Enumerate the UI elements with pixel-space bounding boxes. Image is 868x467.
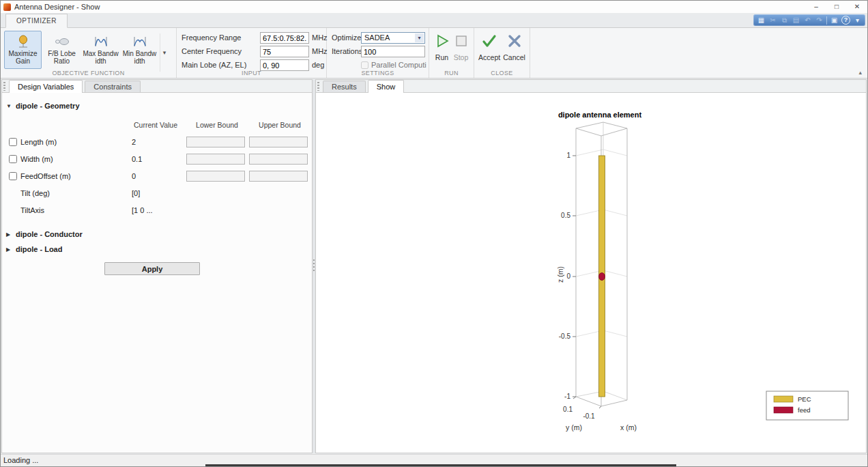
center-frequency-input[interactable] xyxy=(260,46,309,57)
stop-button[interactable]: Stop xyxy=(453,28,469,61)
button-label: idth xyxy=(95,57,106,65)
section-label: CLOSE xyxy=(474,70,530,76)
section-label: RUN xyxy=(429,70,474,76)
antenna-3d-plot: dipole antenna element xyxy=(316,93,868,456)
section-dipole-load[interactable]: ▶ dipole - Load xyxy=(2,244,312,255)
x-axis-label: x (m) xyxy=(620,423,637,431)
cancel-label: Cancel xyxy=(503,53,525,61)
window-title: Antenna Designer - Show xyxy=(14,3,100,11)
copy-icon[interactable]: ⧉ xyxy=(780,15,789,25)
tab-optimizer[interactable]: OPTIMIZER xyxy=(5,14,68,28)
run-icon xyxy=(434,33,450,51)
feedoffset-upper-bound-input[interactable] xyxy=(249,171,308,182)
tick-label: 0.5 xyxy=(561,212,570,219)
legend-feed-label: feed xyxy=(798,406,811,414)
expanded-arrow-icon: ▼ xyxy=(6,103,13,109)
frequency-range-input[interactable] xyxy=(260,32,309,44)
optimizer-value: SADEA xyxy=(364,33,390,42)
maximize-button[interactable]: □ xyxy=(826,1,847,13)
row-value: 0 xyxy=(126,172,185,180)
run-button[interactable]: Run xyxy=(434,28,450,61)
y-tick-label: 0.1 xyxy=(563,406,573,413)
button-label: idth xyxy=(134,57,145,65)
button-label: Min Bandw xyxy=(123,50,156,57)
close-button[interactable]: ✕ xyxy=(847,1,867,13)
section-dipole-conductor[interactable]: ▶ dipole - Conductor xyxy=(2,229,312,240)
window-layout-icon[interactable]: ▣ xyxy=(830,15,839,25)
horizontal-scrollbar-thumb[interactable] xyxy=(205,464,676,466)
ribbon-tabstrip: OPTIMIZER ▦ ✂ ⧉ ▤ ↶ ↷ ▣ ? ▾ xyxy=(1,13,867,28)
z-axis-label: z (m) xyxy=(556,266,564,283)
iterations-label: Iterations xyxy=(332,47,362,55)
section-title: dipole - Load xyxy=(16,245,62,253)
iterations-input[interactable] xyxy=(361,46,425,57)
quick-access-toolbar: ▦ ✂ ⧉ ▤ ↶ ↷ ▣ ? ▾ xyxy=(753,14,865,26)
parallel-computing-label: Parallel Computing xyxy=(371,61,426,69)
tab-constraints[interactable]: Constraints xyxy=(85,81,141,92)
feed-marker xyxy=(599,273,605,281)
tab-design-variables[interactable]: Design Variables xyxy=(9,80,83,93)
length-lower-bound-input[interactable] xyxy=(186,137,245,147)
column-header-current-value: Current Value xyxy=(126,121,185,129)
chevron-down-icon[interactable]: ▾ xyxy=(853,15,862,25)
accept-label: Accept xyxy=(478,53,500,61)
width-lower-bound-input[interactable] xyxy=(186,154,245,165)
status-text: Loading ... xyxy=(3,456,38,464)
redo-icon[interactable]: ↷ xyxy=(815,15,824,25)
window-controls: – □ ✕ xyxy=(806,1,867,13)
optimizer-select[interactable]: SADEA ▾ xyxy=(361,32,425,44)
fb-lobe-ratio-button[interactable]: F/B Lobe Ratio xyxy=(43,31,81,69)
bandwidth-curve-icon xyxy=(132,33,147,50)
section-objective-function: Maximize Gain F/B Lobe Ratio xyxy=(1,28,177,78)
legend-pec-swatch xyxy=(774,396,793,402)
section-input: Frequency Range MHz Center Frequency MHz… xyxy=(177,28,327,78)
minimize-button[interactable]: – xyxy=(806,1,826,13)
figure-panel: Results Show dipole antenna element xyxy=(315,79,867,453)
collapse-ribbon-button[interactable]: ▴ xyxy=(858,69,862,76)
length-upper-bound-input[interactable] xyxy=(249,137,308,147)
paste-icon[interactable]: ▤ xyxy=(792,15,800,25)
width-checkbox[interactable] xyxy=(9,155,17,163)
collapsed-arrow-icon: ▶ xyxy=(6,231,13,238)
parallel-computing-checkbox-row[interactable]: Parallel Computing xyxy=(361,61,426,69)
help-icon[interactable]: ? xyxy=(841,16,850,25)
width-upper-bound-input[interactable] xyxy=(249,154,308,165)
panel-grip[interactable] xyxy=(3,82,5,91)
gain-pattern-icon xyxy=(16,33,31,50)
section-dipole-geometry[interactable]: ▼ dipole - Geometry xyxy=(2,100,312,111)
maximize-gain-button[interactable]: Maximize Gain xyxy=(4,31,42,69)
button-label: Max Bandw xyxy=(83,50,118,57)
row-label-wrap: FeedOffset (m) xyxy=(9,172,125,180)
main-lobe-unit: deg xyxy=(312,61,324,69)
optimizer-label: Optimizer xyxy=(332,33,364,42)
variable-row-tilt: Tilt (deg) [0] xyxy=(2,184,312,201)
save-icon[interactable]: ▦ xyxy=(757,15,766,25)
cancel-button[interactable]: Cancel xyxy=(503,28,525,61)
legend-feed-swatch xyxy=(774,407,793,413)
feedoffset-lower-bound-input[interactable] xyxy=(186,171,245,182)
undo-icon[interactable]: ↶ xyxy=(803,15,812,25)
variable-row-width: Width (m) 0.1 xyxy=(2,150,312,167)
accept-check-icon xyxy=(481,33,497,51)
section-close: Accept Cancel CLOSE xyxy=(474,28,530,78)
feedoffset-checkbox[interactable] xyxy=(9,172,17,180)
panel-grip[interactable] xyxy=(317,82,319,91)
tab-results[interactable]: Results xyxy=(323,81,366,92)
objective-gallery-dropdown-button[interactable]: ▾ xyxy=(160,33,169,72)
parallel-computing-checkbox[interactable] xyxy=(361,61,368,69)
row-label-wrap: Width (m) xyxy=(9,155,125,163)
cut-icon[interactable]: ✂ xyxy=(768,15,777,25)
tab-show[interactable]: Show xyxy=(368,80,405,93)
accept-button[interactable]: Accept xyxy=(478,28,500,61)
center-frequency-label: Center Frequency xyxy=(182,47,242,55)
apply-button[interactable]: Apply xyxy=(104,262,200,275)
length-checkbox[interactable] xyxy=(9,138,17,146)
section-label: SETTINGS xyxy=(327,70,429,76)
min-bandwidth-button[interactable]: Min Bandw idth xyxy=(121,31,158,69)
collapsed-arrow-icon: ▶ xyxy=(6,246,13,253)
button-label: Maximize xyxy=(8,50,37,57)
max-bandwidth-button[interactable]: Max Bandw idth xyxy=(82,31,119,69)
variable-row-feedoffset: FeedOffset (m) 0 xyxy=(2,167,312,184)
plot-canvas[interactable]: dipole antenna element xyxy=(316,93,866,453)
titlebar: Antenna Designer - Show – □ ✕ xyxy=(1,1,867,13)
